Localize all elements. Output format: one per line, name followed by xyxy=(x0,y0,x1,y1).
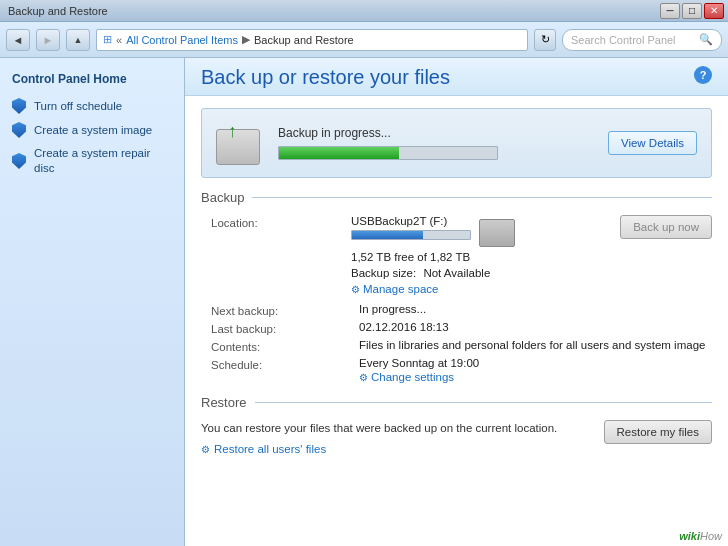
sidebar-item-turn-off-schedule[interactable]: Turn off schedule xyxy=(0,94,184,118)
content-area: Back up or restore your files ? ↑ Backup… xyxy=(185,58,728,546)
change-settings-link[interactable]: ⚙ Change settings xyxy=(359,371,712,383)
restore-divider xyxy=(255,402,712,403)
back-up-now-button[interactable]: Back up now xyxy=(620,215,712,239)
restore-all-users-link[interactable]: ⚙ Restore all users' files xyxy=(201,443,557,455)
backup-details-grid: Next backup: In progress... Last backup:… xyxy=(201,303,712,383)
manage-space-link[interactable]: ⚙ Manage space xyxy=(351,283,712,295)
restore-my-files-button[interactable]: Restore my files xyxy=(604,420,712,444)
search-icon: 🔍 xyxy=(699,33,713,46)
title-bar: Backup and Restore ─ □ ✕ xyxy=(0,0,728,22)
forward-button[interactable]: ► xyxy=(36,29,60,51)
restore-row: You can restore your files that were bac… xyxy=(201,420,712,455)
search-input[interactable]: Search Control Panel xyxy=(571,34,676,46)
main-layout: Control Panel Home Turn off schedule Cre… xyxy=(0,58,728,546)
backup-size-value: Not Available xyxy=(423,267,490,279)
restore-text: You can restore your files that were bac… xyxy=(201,420,557,437)
view-details-button[interactable]: View Details xyxy=(608,131,697,155)
address-bar: ◄ ► ▲ ⊞ « All Control Panel Items ▶ Back… xyxy=(0,22,728,58)
backup-info-grid: 1,52 TB free of 1,82 TB Backup size: Not… xyxy=(201,251,712,295)
search-box[interactable]: Search Control Panel 🔍 xyxy=(562,29,722,51)
location-free-text: 1,52 TB free of 1,82 TB xyxy=(351,251,712,263)
location-name: USBBackup2T (F:) xyxy=(351,215,471,227)
backup-section-header: Backup xyxy=(201,190,712,205)
manage-space-icon: ⚙ xyxy=(351,284,360,295)
progress-bar xyxy=(278,146,498,160)
breadcrumb-icon: ⊞ xyxy=(103,33,112,46)
sidebar-item-create-repair-disc[interactable]: Create a system repair disc xyxy=(0,142,184,180)
schedule-value: Every Sonntag at 19:00 xyxy=(359,357,712,369)
backup-size-label-text: Backup size: xyxy=(351,267,416,279)
arrow-up-icon: ↑ xyxy=(228,121,248,141)
backup-section-title: Backup xyxy=(201,190,244,205)
location-bar xyxy=(351,230,471,240)
next-backup-value: In progress... xyxy=(359,303,712,317)
settings-icon: ⚙ xyxy=(359,372,368,383)
maximize-button[interactable]: □ xyxy=(682,3,702,19)
restore-all-icon: ⚙ xyxy=(201,444,210,455)
title-bar-controls: ─ □ ✕ xyxy=(660,3,724,19)
title-bar-text: Backup and Restore xyxy=(4,5,108,17)
shield-icon-2 xyxy=(12,122,28,138)
up-button[interactable]: ▲ xyxy=(66,29,90,51)
location-left: Location: USBBackup2T (F:) xyxy=(211,215,517,251)
location-bar-fill xyxy=(352,231,423,239)
address-path[interactable]: ⊞ « All Control Panel Items ▶ Backup and… xyxy=(96,29,528,51)
sidebar-label-repair-disc: Create a system repair disc xyxy=(34,146,172,176)
small-drive-icon xyxy=(479,219,517,251)
backup-section: Backup Location: USBBackup2T (F:) xyxy=(185,190,728,395)
refresh-button[interactable]: ↻ xyxy=(534,29,556,51)
location-label: Location: xyxy=(211,215,343,251)
wikihow-badge: wikiHow xyxy=(679,530,722,542)
sidebar-label-turn-off: Turn off schedule xyxy=(34,99,122,114)
help-icon[interactable]: ? xyxy=(694,66,712,84)
progress-label: Backup in progress... xyxy=(278,126,594,140)
backup-drive-icon: ↑ xyxy=(216,121,264,165)
restore-section-title: Restore xyxy=(201,395,247,410)
progress-bar-fill xyxy=(279,147,399,159)
sidebar: Control Panel Home Turn off schedule Cre… xyxy=(0,58,185,546)
sidebar-title: Control Panel Home xyxy=(0,68,184,94)
shield-icon-1 xyxy=(12,98,28,114)
breadcrumb-current: Backup and Restore xyxy=(254,34,354,46)
back-button[interactable]: ◄ xyxy=(6,29,30,51)
location-info: USBBackup2T (F:) xyxy=(351,215,471,251)
restore-section: Restore You can restore your files that … xyxy=(185,395,728,467)
minimize-button[interactable]: ─ xyxy=(660,3,680,19)
contents-label: Contents: xyxy=(211,339,351,353)
page-title: Back up or restore your files xyxy=(201,66,450,89)
schedule-info: Every Sonntag at 19:00 ⚙ Change settings xyxy=(359,357,712,383)
section-divider xyxy=(252,197,712,198)
restore-left: You can restore your files that were bac… xyxy=(201,420,557,455)
last-backup-label: Last backup: xyxy=(211,321,351,335)
sidebar-item-create-system-image[interactable]: Create a system image xyxy=(0,118,184,142)
location-row: Location: USBBackup2T (F:) Back up now xyxy=(201,215,712,251)
shield-icon-3 xyxy=(12,153,28,169)
close-button[interactable]: ✕ xyxy=(704,3,724,19)
progress-info: Backup in progress... xyxy=(278,126,594,160)
schedule-label: Schedule: xyxy=(211,357,351,383)
restore-section-header: Restore xyxy=(201,395,712,410)
content-header: Back up or restore your files ? xyxy=(185,58,728,96)
last-backup-value: 02.12.2016 18:13 xyxy=(359,321,712,335)
sidebar-label-system-image: Create a system image xyxy=(34,123,152,138)
next-backup-label: Next backup: xyxy=(211,303,351,317)
backup-size-row: Backup size: Not Available xyxy=(351,267,712,279)
contents-value: Files in libraries and personal folders … xyxy=(359,339,712,353)
backup-progress-section: ↑ Backup in progress... View Details xyxy=(201,108,712,178)
breadcrumb-root[interactable]: All Control Panel Items xyxy=(126,34,238,46)
